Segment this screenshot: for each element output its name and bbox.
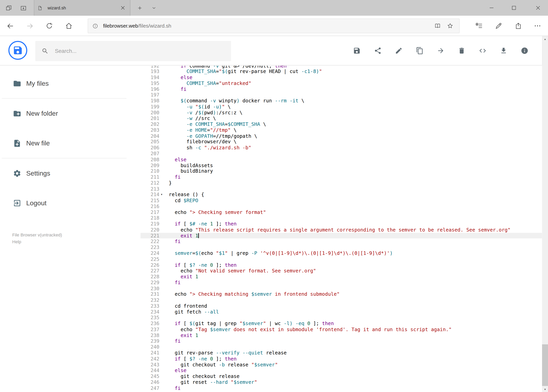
code-text: else (169, 75, 192, 80)
save-button[interactable] (350, 44, 364, 57)
minimize-button[interactable] (483, 0, 499, 16)
code-text: semver=$(echo "$1" | grep -P '^v(0|[1-9]… (169, 250, 393, 256)
fold-widget (160, 174, 164, 180)
fold-widget (160, 309, 164, 315)
code-line: 230 (140, 286, 542, 291)
code-text: if [ $? -ne 0 ]; then (169, 262, 236, 268)
fold-widget (160, 303, 164, 309)
code-text: exit 1 (169, 332, 198, 338)
scroll-up-arrow[interactable]: ▲ (542, 36, 548, 42)
forward-button[interactable] (23, 20, 36, 32)
code-text: else (169, 157, 187, 162)
line-number: 236 (140, 321, 159, 326)
code-text: fi (169, 86, 187, 92)
tab-preview-chevron-icon[interactable] (148, 0, 159, 16)
fold-widget[interactable]: ▾ (160, 192, 164, 198)
line-number: 199 (140, 104, 159, 110)
code-line: 192 if command -v git &> /dev/null; then (140, 66, 542, 69)
fold-widget (160, 115, 164, 121)
save-icon (353, 47, 361, 54)
line-number: 200 (140, 110, 159, 115)
code-text: fi (169, 238, 180, 245)
sidebar-item-new-folder[interactable]: New folder (0, 99, 140, 128)
site-info-icon[interactable] (92, 23, 98, 29)
code-text: git reset --hard "$semver" (169, 379, 257, 385)
line-number: 223 (140, 245, 159, 250)
edit-icon (395, 47, 403, 54)
favorite-star-icon[interactable] (444, 20, 457, 32)
sidebar-item-logout[interactable]: Logout (0, 188, 140, 218)
code-text: echo "Not valid semver format. See semve… (169, 268, 316, 274)
sidebar-item-my-files[interactable]: My files (0, 69, 140, 98)
fold-widget (160, 121, 164, 127)
code-text: fi (169, 174, 180, 180)
share-button[interactable] (371, 44, 385, 57)
url-text: filebrowser.web/files/wizard.sh (103, 23, 431, 29)
page-scrollbar[interactable]: ▲ ▼ (542, 36, 548, 392)
tabs-aside-icon[interactable] (2, 0, 15, 16)
delete-button[interactable] (455, 44, 469, 57)
search-input[interactable] (55, 48, 225, 54)
more-options-icon[interactable] (531, 20, 544, 32)
hub-icon[interactable] (473, 20, 486, 32)
page-content: My filesNew folderNew fileSettingsLogout… (0, 36, 548, 392)
close-button[interactable] (528, 0, 548, 16)
code-editor[interactable]: 192 if command -v git &> /dev/null; then… (140, 66, 542, 392)
web-notes-icon[interactable] (493, 20, 505, 32)
download-button[interactable] (497, 44, 510, 57)
search-bar[interactable] (35, 41, 231, 61)
sidebar-item-settings[interactable]: Settings (0, 158, 140, 188)
code-line: 241 git rev-parse --verify --quiet relea… (140, 350, 542, 356)
refresh-button[interactable] (43, 20, 55, 32)
code-line: 212} (140, 180, 542, 186)
copy-button[interactable] (413, 44, 427, 57)
code-text: cd $REPO (169, 197, 198, 203)
code-line: 231 echo "> Checking matching $semver in… (140, 291, 542, 297)
scroll-down-arrow[interactable]: ▼ (542, 386, 548, 392)
tab-close-icon[interactable] (118, 3, 127, 12)
fold-widget (160, 291, 164, 297)
code-line: 236 if [ $(git tag | grep "$semver" | wc… (140, 321, 542, 326)
reading-view-icon[interactable] (431, 20, 444, 32)
help-link[interactable]: Help (12, 238, 21, 245)
code-line: 203 -e HOME="//tmp" \ (140, 127, 542, 133)
code-text: sh -c "./wizard.sh -b" (169, 145, 251, 151)
info-button[interactable] (518, 44, 532, 57)
fold-widget (160, 250, 164, 256)
line-number: 192 (140, 66, 159, 69)
edit-button[interactable] (392, 44, 406, 57)
move-button[interactable] (434, 44, 448, 57)
line-number: 226 (140, 262, 159, 268)
fold-widget (160, 104, 164, 110)
code-line: 226 if [ $? -ne 0 ]; then (140, 262, 542, 268)
code-text: COMMIT_SHA="untracked" (169, 80, 251, 86)
scroll-thumb[interactable] (542, 344, 548, 386)
line-number: 243 (140, 362, 159, 368)
code-text: git checkout -b release "$semver" (169, 362, 278, 368)
sidebar: My filesNew folderNew fileSettingsLogout… (0, 66, 140, 392)
maximize-button[interactable] (506, 0, 522, 16)
set-tabs-aside-icon[interactable] (17, 0, 30, 16)
filebrowser-logo[interactable] (8, 41, 27, 60)
fold-widget (160, 238, 164, 245)
code-line: 240 (140, 344, 542, 350)
share-icon[interactable] (512, 20, 525, 32)
address-field[interactable]: filebrowser.web/files/wizard.sh (88, 19, 460, 33)
raw-code-button[interactable] (476, 44, 490, 57)
line-number: 235 (140, 315, 159, 321)
tab-title: wizard.sh (48, 6, 118, 10)
browser-tab[interactable]: wizard.sh (34, 0, 130, 16)
code-text: git checkout release (169, 373, 239, 379)
code-text: git rev-parse --verify --quiet release (169, 350, 287, 356)
line-number: 219 (140, 221, 159, 227)
sidebar-item-new-file[interactable]: New file (0, 128, 140, 158)
code-line: 244 else (140, 368, 542, 373)
new-folder-icon (13, 109, 21, 118)
line-number: 203 (140, 127, 159, 133)
home-button[interactable] (62, 20, 75, 32)
code-line: 229 fi (140, 280, 542, 286)
back-button[interactable] (4, 20, 16, 32)
line-number: 225 (140, 256, 159, 262)
new-tab-button[interactable] (134, 0, 146, 16)
code-line: 237 echo "Tag $semver does not exist in … (140, 326, 542, 332)
